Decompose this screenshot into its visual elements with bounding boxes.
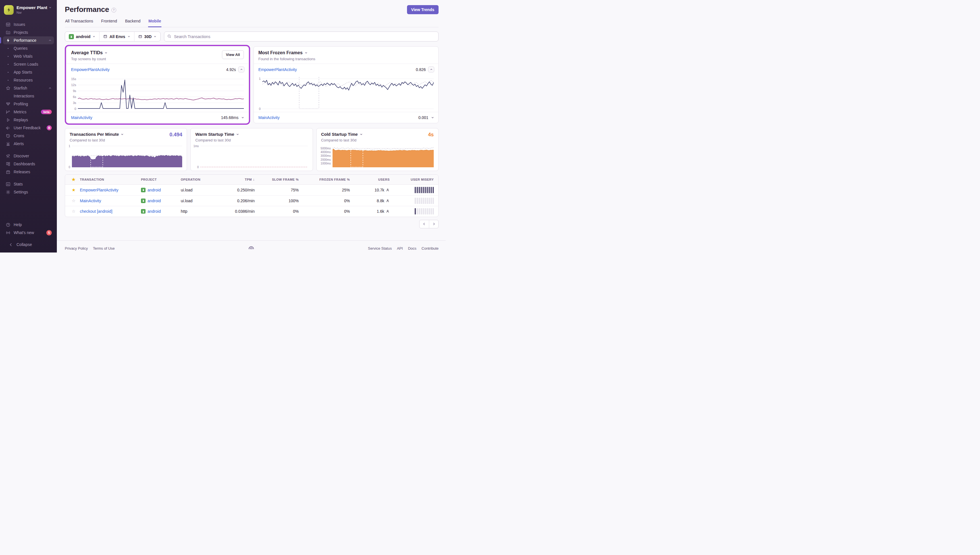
col-users[interactable]: USERS	[350, 178, 390, 181]
col-tpm[interactable]: TPM ↓	[223, 178, 255, 181]
project-link[interactable]: android	[148, 209, 161, 213]
y-axis-tick: 9s	[73, 89, 76, 93]
sidebar-item-app-starts[interactable]: App Starts	[3, 68, 54, 76]
sidebar-item-performance[interactable]: Performance	[3, 36, 54, 44]
sidebar-item-profiling[interactable]: Profiling	[3, 100, 54, 108]
footer-link-api[interactable]: API	[397, 246, 403, 250]
star-icon: ★	[67, 177, 80, 182]
y-axis-tick: 0	[69, 165, 70, 169]
operation-cell: ui.load	[181, 188, 223, 192]
tab-frontend[interactable]: Frontend	[101, 19, 117, 27]
transaction-link[interactable]: checkout [android]	[80, 209, 141, 213]
sidebar-item-user-feedback[interactable]: User FeedbackB	[3, 124, 54, 132]
users-cell: 8.8k	[350, 199, 390, 203]
collapse-row-button[interactable]	[238, 66, 244, 72]
next-page-button[interactable]	[429, 220, 438, 228]
y-axis-tick: 1000ms	[321, 162, 331, 165]
page-footer: Privacy PolicyTerms of Use Service Statu…	[57, 240, 446, 250]
expand-row-button[interactable]	[431, 116, 434, 119]
replays-icon	[5, 117, 11, 122]
sidebar-item-stats[interactable]: Stats	[3, 180, 54, 188]
transaction-link[interactable]: EmpowerPlantActivity	[80, 188, 141, 192]
sidebar-item-alerts[interactable]: Alerts	[3, 140, 54, 148]
footer-link-service-status[interactable]: Service Status	[368, 246, 392, 250]
tpm-title-dropdown[interactable]: Transactions Per Minute	[70, 132, 124, 136]
sidebar-item-discover[interactable]: Discover	[3, 152, 54, 160]
col-frozen-frame[interactable]: FROZEN FRAME %	[299, 178, 350, 181]
sidebar-item-queries[interactable]: Queries	[3, 44, 54, 52]
transaction-link[interactable]: MainActivity	[71, 115, 92, 120]
average-ttids-title-dropdown[interactable]: Average TTIDs	[71, 50, 108, 55]
transaction-link[interactable]: MainActivity	[80, 199, 141, 203]
transaction-link[interactable]: EmpowerPlantActivity	[71, 67, 109, 72]
tpm-value: 0.494	[169, 132, 182, 138]
star-toggle[interactable]: ☆	[67, 209, 80, 214]
footer-link-privacy-policy[interactable]: Privacy Policy	[65, 246, 88, 250]
y-axis-tick: 2000ms	[321, 158, 331, 161]
sidebar-item-issues[interactable]: Issues	[3, 21, 54, 29]
org-switcher[interactable]: Empower Plant Nar	[0, 4, 57, 21]
sidebar-item-replays[interactable]: Replays	[3, 116, 54, 124]
sidebar-item-settings[interactable]: Settings	[3, 188, 54, 196]
most-frozen-frames-title-dropdown[interactable]: Most Frozen Frames	[259, 50, 315, 55]
transaction-link[interactable]: MainActivity	[259, 115, 280, 120]
environment-filter[interactable]: All Envs	[99, 32, 134, 41]
android-icon	[141, 199, 146, 203]
y-axis-tick: 0	[197, 165, 199, 169]
view-trends-button[interactable]: View Trends	[407, 5, 439, 14]
tab-backend[interactable]: Backend	[125, 19, 141, 27]
sidebar-item-metrics[interactable]: Metricsbeta	[3, 108, 54, 116]
sidebar-item-label: What's new	[14, 230, 34, 235]
date-range-filter[interactable]: 30D	[134, 32, 161, 41]
footer-link-terms-of-use[interactable]: Terms of Use	[93, 246, 115, 250]
user-misery-bars	[390, 187, 434, 193]
project-link[interactable]: android	[148, 188, 161, 192]
expand-row-button[interactable]	[241, 116, 244, 119]
sidebar-item-crons[interactable]: Crons	[3, 132, 54, 140]
sidebar-item-help[interactable]: Help	[3, 221, 54, 229]
col-operation[interactable]: OPERATION	[181, 178, 223, 181]
help-icon[interactable]: ?	[111, 8, 116, 13]
view-all-button[interactable]: View All	[222, 50, 244, 59]
tab-mobile[interactable]: Mobile	[148, 19, 161, 27]
operation-cell: ui.load	[181, 199, 223, 203]
footer-link-contribute[interactable]: Contribute	[421, 246, 439, 250]
transaction-link[interactable]: EmpowerPlantActivity	[259, 67, 297, 72]
footer-link-docs[interactable]: Docs	[408, 246, 416, 250]
y-axis-tick: 4000ms	[321, 151, 331, 154]
sidebar-item-label: Releases	[14, 170, 30, 174]
sidebar-item-starfish[interactable]: Starfish	[3, 84, 54, 92]
col-transaction[interactable]: TRANSACTION	[80, 178, 141, 181]
tab-all-transactions[interactable]: All Transactions	[65, 19, 93, 27]
sidebar-item-interactions[interactable]: Interactions	[3, 92, 54, 100]
cold-startup-card: Cold Startup Time Compared to last 30d 4…	[316, 128, 439, 171]
search-input[interactable]	[164, 32, 439, 42]
sidebar-item-projects[interactable]: Projects	[3, 29, 54, 36]
previous-page-button[interactable]	[419, 220, 429, 228]
sidebar-item-label: User Feedback	[14, 125, 41, 130]
star-toggle[interactable]: ★	[67, 188, 80, 192]
bullet-icon	[5, 48, 11, 49]
sidebar-item-what-s-new[interactable]: What's new5	[3, 229, 54, 237]
project-filter[interactable]: android	[65, 32, 99, 41]
col-project[interactable]: PROJECT	[141, 178, 181, 181]
sidebar-item-resources[interactable]: Resources	[3, 76, 54, 84]
col-slow-frame[interactable]: SLOW FRAME %	[255, 178, 299, 181]
average-ttids-card: Average TTIDs Top screens by count View …	[66, 46, 249, 123]
collapse-button[interactable]: Collapse	[6, 241, 51, 249]
star-toggle[interactable]: ☆	[67, 198, 80, 204]
project-link[interactable]: android	[148, 199, 161, 203]
collapse-row-button[interactable]	[428, 66, 434, 72]
tab-bar: All TransactionsFrontendBackendMobile	[65, 19, 439, 27]
issues-icon	[5, 22, 11, 27]
sidebar-item-web-vitals[interactable]: Web Vitals	[3, 52, 54, 60]
warm-startup-title-dropdown[interactable]: Warm Startup Time	[195, 132, 239, 136]
main-content: Performance ? View Trends All Transactio…	[57, 0, 446, 252]
sidebar-item-screen-loads[interactable]: Screen Loads	[3, 60, 54, 68]
settings-icon	[5, 190, 11, 194]
sidebar-item-label: Profiling	[14, 102, 28, 106]
sidebar-item-releases[interactable]: Releases	[3, 168, 54, 176]
sidebar-item-dashboards[interactable]: Dashboards	[3, 160, 54, 168]
col-user-misery[interactable]: USER MISERY	[390, 178, 434, 181]
cold-startup-title-dropdown[interactable]: Cold Startup Time	[321, 132, 363, 136]
